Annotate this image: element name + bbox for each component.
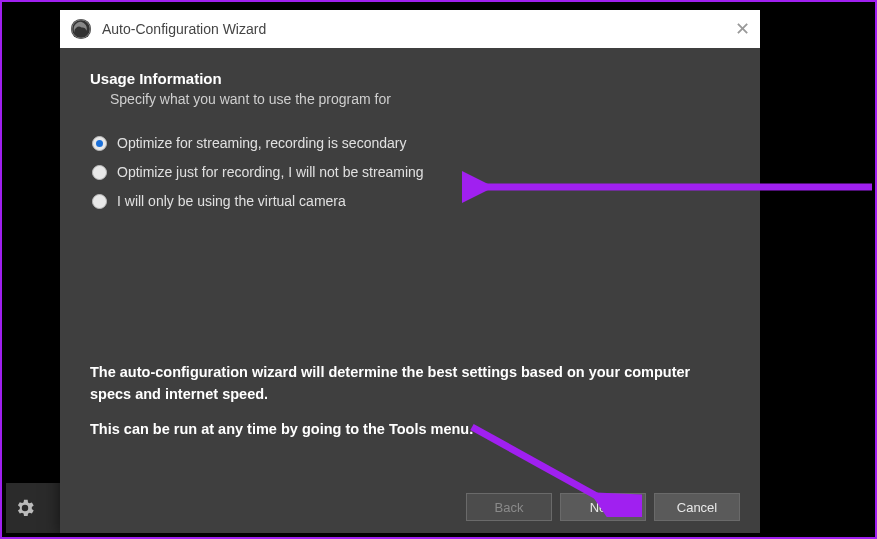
radio-option-virtual-camera[interactable]: I will only be using the virtual camera [92,193,730,209]
radio-indicator-icon [92,136,107,151]
titlebar: Auto-Configuration Wizard ✕ [60,10,760,48]
radio-label: Optimize just for recording, I will not … [117,164,424,180]
wizard-button-bar: Back Next Cancel [466,493,740,521]
next-button[interactable]: Next [560,493,646,521]
cancel-button[interactable]: Cancel [654,493,740,521]
radio-option-streaming[interactable]: Optimize for streaming, recording is sec… [92,135,730,151]
gear-icon[interactable] [14,497,36,519]
radio-label: I will only be using the virtual camera [117,193,346,209]
close-icon[interactable]: ✕ [734,18,750,40]
titlebar-title: Auto-Configuration Wizard [102,21,734,37]
note-line-2: This can be run at any time by going to … [90,419,730,441]
radio-indicator-icon [92,165,107,180]
usage-radio-group: Optimize for streaming, recording is sec… [92,135,730,209]
wizard-description: The auto-configuration wizard will deter… [90,362,730,455]
obs-app-icon [70,18,92,40]
note-line-1: The auto-configuration wizard will deter… [90,362,730,406]
section-subheading: Specify what you want to use the program… [110,91,730,107]
wizard-body: Usage Information Specify what you want … [60,48,760,533]
radio-label: Optimize for streaming, recording is sec… [117,135,406,151]
section-heading: Usage Information [90,70,730,87]
radio-option-recording[interactable]: Optimize just for recording, I will not … [92,164,730,180]
radio-indicator-icon [92,194,107,209]
back-button: Back [466,493,552,521]
auto-config-wizard-dialog: Auto-Configuration Wizard ✕ Usage Inform… [60,10,760,533]
